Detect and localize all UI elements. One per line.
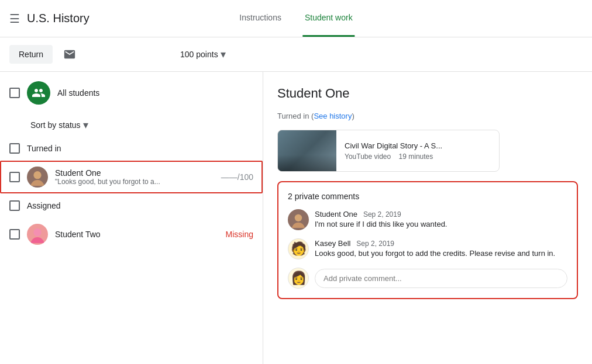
attachment-duration: 19 minutes xyxy=(399,152,433,161)
chevron-down-icon: ▾ xyxy=(221,48,226,61)
teacher-avatar-emoji: 👩 xyxy=(291,271,307,286)
right-panel: Student One Turned in (See history) Civi… xyxy=(263,72,592,364)
student-two-info: Student Two xyxy=(55,230,219,239)
grade-total: /100 xyxy=(238,172,253,182)
header: ☰ U.S. History Instructions Student work xyxy=(0,0,592,37)
svg-point-5 xyxy=(292,223,305,228)
comment-2-author: Kasey Bell xyxy=(315,239,350,248)
student-row-one[interactable]: Student One "Looks good, but you forgot … xyxy=(0,161,263,193)
left-panel: All students Sort by status ▾ Turned in … xyxy=(0,72,263,364)
points-label: 100 points xyxy=(180,50,218,59)
comment-input-row: 👩 xyxy=(288,268,567,289)
comment-2-text: Looks good, but you forgot to add the cr… xyxy=(315,249,555,258)
app-title: U.S. History xyxy=(27,12,90,25)
student-two-avatar-img xyxy=(29,226,46,243)
tab-student-work[interactable]: Student work xyxy=(302,0,355,37)
assigned-label: Assigned xyxy=(27,201,61,210)
svg-point-0 xyxy=(33,171,41,179)
sort-label: Sort by status xyxy=(30,120,81,130)
comment-2: 🧑 Kasey Bell Sep 2, 2019 Looks good, but… xyxy=(288,238,567,259)
attachment-meta: YouTube video 19 minutes xyxy=(345,152,442,161)
return-button[interactable]: Return xyxy=(9,45,53,64)
mail-button[interactable] xyxy=(60,44,80,64)
comment-1-text: I'm not sure if I did this like you want… xyxy=(315,220,447,228)
student-row-two[interactable]: Student Two Missing xyxy=(0,218,263,251)
sort-row[interactable]: Sort by status ▾ xyxy=(0,114,263,136)
turned-in-section-header: Turned in xyxy=(0,136,263,161)
all-students-row[interactable]: All students xyxy=(0,72,263,114)
attachment-thumbnail xyxy=(278,130,336,171)
student-two-name: Student Two xyxy=(55,230,219,239)
grade-dashes: —— xyxy=(221,172,238,182)
turned-in-label: Turned in xyxy=(27,144,61,153)
svg-point-4 xyxy=(295,214,302,221)
comment-1: Student One Sep 2, 2019 I'm not sure if … xyxy=(288,209,567,230)
thumbnail-image xyxy=(278,130,336,171)
attachment-type: YouTube video xyxy=(345,152,391,161)
svg-point-2 xyxy=(33,228,41,236)
comments-count: 2 private comments xyxy=(288,192,567,201)
comment-1-avatar xyxy=(288,209,309,230)
points-selector[interactable]: 100 points ▾ xyxy=(180,48,226,61)
people-icon xyxy=(32,86,46,100)
comment-1-date: Sep 2, 2019 xyxy=(363,210,401,219)
comment-2-date: Sep 2, 2019 xyxy=(356,240,394,248)
sort-chevron-icon: ▾ xyxy=(83,119,88,131)
student-two-checkbox[interactable] xyxy=(9,229,20,240)
student-one-checkbox[interactable] xyxy=(9,172,20,182)
main: All students Sort by status ▾ Turned in … xyxy=(0,72,592,364)
header-tabs: Instructions Student work xyxy=(237,0,354,37)
attachment-card[interactable]: Civil War Digital Story - A S... YouTube… xyxy=(277,130,500,172)
header-left: ☰ U.S. History xyxy=(9,12,90,26)
comment-1-author: Student One xyxy=(315,210,357,219)
see-history-link[interactable]: See history xyxy=(314,112,352,120)
mail-icon xyxy=(63,48,76,61)
toolbar: Return 100 points ▾ xyxy=(0,37,592,72)
student-detail-name: Student One xyxy=(277,86,578,101)
turned-in-status: Turned in (See history) xyxy=(277,112,578,120)
kasey-avatar-emoji: 🧑 xyxy=(291,241,307,256)
comment-1-avatar-img xyxy=(290,212,307,228)
all-students-label: All students xyxy=(57,88,99,98)
turned-in-checkbox[interactable] xyxy=(9,143,20,154)
attachment-title: Civil War Digital Story - A S... xyxy=(345,141,442,150)
comment-1-body: Student One Sep 2, 2019 I'm not sure if … xyxy=(315,209,447,230)
comment-2-body: Kasey Bell Sep 2, 2019 Looks good, but y… xyxy=(315,238,555,259)
student-two-avatar xyxy=(27,224,48,245)
comment-2-avatar: 🧑 xyxy=(288,238,309,259)
student-one-name: Student One xyxy=(55,168,214,178)
menu-icon[interactable]: ☰ xyxy=(9,12,20,26)
assigned-checkbox[interactable] xyxy=(9,200,20,211)
student-one-avatar-img xyxy=(29,168,46,186)
all-students-checkbox[interactable] xyxy=(9,88,20,98)
svg-point-3 xyxy=(30,237,44,243)
comment-input[interactable] xyxy=(315,269,567,288)
assigned-section-header: Assigned xyxy=(0,193,263,218)
student-one-info: Student One "Looks good, but you forgot … xyxy=(55,168,214,186)
attachment-info: Civil War Digital Story - A S... YouTube… xyxy=(336,136,450,167)
student-one-avatar xyxy=(27,167,48,188)
missing-badge: Missing xyxy=(226,230,253,239)
student-one-grade: ——/100 xyxy=(221,172,253,182)
tab-instructions[interactable]: Instructions xyxy=(237,0,284,37)
group-icon xyxy=(27,81,50,105)
student-one-comment: "Looks good, but you forgot to a... xyxy=(55,178,160,186)
teacher-avatar: 👩 xyxy=(288,268,309,289)
comments-section: 2 private comments Student One Sep 2, 20… xyxy=(277,181,578,299)
svg-point-1 xyxy=(30,180,44,186)
